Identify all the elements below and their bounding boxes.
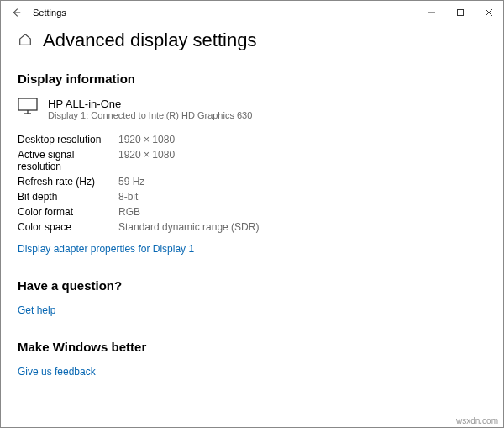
- window-controls: [417, 1, 503, 24]
- adapter-properties-link[interactable]: Display adapter properties for Display 1: [18, 243, 194, 255]
- svg-rect-4: [18, 98, 37, 110]
- table-row: Color spaceStandard dynamic range (SDR): [18, 219, 259, 235]
- display-name: HP ALL-in-One: [48, 98, 252, 110]
- minimize-button[interactable]: [417, 1, 446, 24]
- titlebar: Settings: [1, 1, 503, 24]
- window-title: Settings: [29, 8, 66, 18]
- question-heading: Have a question?: [18, 278, 486, 293]
- close-button[interactable]: [475, 1, 503, 24]
- display-info-heading: Display information: [18, 71, 486, 86]
- back-arrow-icon: [10, 7, 22, 18]
- display-properties-table: Desktop resolution1920 × 1080 Active sig…: [18, 132, 259, 235]
- page-header: Advanced display settings: [18, 29, 486, 51]
- back-button[interactable]: [3, 1, 29, 24]
- prop-value: RGB: [118, 204, 259, 219]
- prop-value: 8-bit: [118, 189, 259, 204]
- maximize-icon: [456, 8, 465, 17]
- display-connection: Display 1: Connected to Intel(R) HD Grap…: [48, 110, 252, 120]
- prop-value: 1920 × 1080: [118, 132, 259, 147]
- svg-rect-1: [458, 10, 464, 16]
- prop-value: Standard dynamic range (SDR): [118, 219, 259, 235]
- prop-value: 1920 × 1080: [118, 147, 259, 174]
- table-row: Desktop resolution1920 × 1080: [18, 132, 259, 147]
- monitor-icon: [18, 98, 38, 117]
- display-card: HP ALL-in-One Display 1: Connected to In…: [18, 98, 486, 120]
- prop-value: 59 Hz: [118, 174, 259, 189]
- home-icon[interactable]: [18, 32, 33, 50]
- watermark: wsxdn.com: [456, 416, 498, 425]
- page-body: Advanced display settings Display inform…: [1, 24, 503, 378]
- table-row: Color formatRGB: [18, 204, 259, 219]
- prop-key: Refresh rate (Hz): [18, 174, 118, 189]
- prop-key: Color format: [18, 204, 118, 219]
- table-row: Bit depth8-bit: [18, 189, 259, 204]
- maximize-button[interactable]: [446, 1, 475, 24]
- get-help-link[interactable]: Get help: [18, 304, 55, 316]
- prop-key: Bit depth: [18, 189, 118, 204]
- prop-key: Active signal resolution: [18, 147, 118, 174]
- minimize-icon: [428, 8, 436, 17]
- page-title: Advanced display settings: [43, 29, 256, 51]
- close-icon: [485, 8, 493, 17]
- prop-key: Color space: [18, 219, 118, 235]
- give-feedback-link[interactable]: Give us feedback: [18, 366, 96, 378]
- feedback-heading: Make Windows better: [18, 340, 486, 354]
- prop-key: Desktop resolution: [18, 132, 118, 147]
- table-row: Refresh rate (Hz)59 Hz: [18, 174, 259, 189]
- table-row: Active signal resolution1920 × 1080: [18, 147, 259, 174]
